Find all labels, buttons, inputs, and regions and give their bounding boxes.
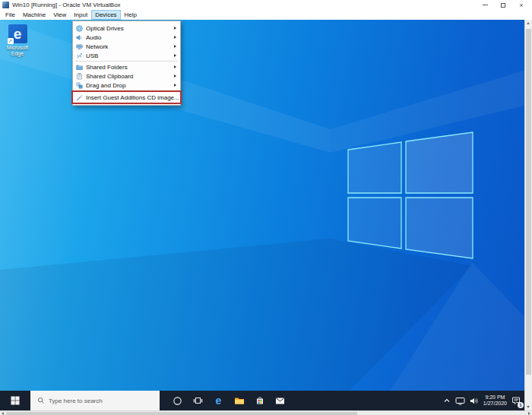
drag-and-drop-icon: [73, 82, 86, 89]
search-input[interactable]: [49, 398, 147, 404]
devices-menu: Optical Drives Audio Network USB: [72, 21, 181, 106]
menu-help[interactable]: Help: [121, 10, 141, 20]
menu-view[interactable]: View: [49, 10, 70, 20]
menu-item-shared-clipboard[interactable]: Shared Clipboard: [73, 71, 180, 81]
close-button[interactable]: ×: [512, 0, 530, 10]
scroll-down-arrow-icon[interactable]: [527, 406, 530, 408]
submenu-arrow-icon: [174, 45, 176, 48]
shared-clipboard-icon: [73, 73, 86, 80]
menu-item-shared-folders[interactable]: Shared Folders: [73, 62, 180, 71]
menu-separator: [75, 61, 178, 62]
notification-badge: 1: [518, 402, 524, 408]
menu-devices[interactable]: Devices: [91, 10, 120, 20]
system-tray: 9:20 PM 1/27/2020 1: [441, 391, 523, 410]
menu-machine[interactable]: Machine: [19, 10, 49, 20]
minimize-icon: [483, 5, 488, 5]
action-center-button[interactable]: 1: [509, 391, 523, 410]
desktop-icon-label: Microsoft Edge: [2, 45, 33, 57]
close-icon: ×: [519, 1, 523, 10]
file-explorer-icon: [234, 396, 245, 405]
submenu-arrow-icon: [174, 84, 176, 87]
shared-folders-icon: [73, 64, 86, 71]
maximize-button[interactable]: [494, 0, 512, 10]
guest-additions-icon: [73, 94, 86, 101]
submenu-arrow-icon: [174, 65, 176, 68]
menu-file[interactable]: File: [2, 10, 19, 20]
submenu-arrow-icon: [174, 74, 176, 78]
desktop-icon-microsoft-edge[interactable]: e ↗ Microsoft Edge: [2, 24, 33, 57]
audio-icon: [73, 34, 86, 41]
menubar: File Machine View Input Devices Help: [0, 10, 532, 20]
taskbar-app-icons: e: [167, 391, 290, 410]
windows-logo: [342, 128, 479, 265]
mail-icon: [275, 397, 285, 405]
taskbar-search[interactable]: [30, 391, 160, 410]
minimize-button[interactable]: [476, 0, 494, 10]
window-title: Win10 [Running] - Oracle VM VirtualBox: [12, 0, 121, 10]
menu-item-usb[interactable]: USB: [73, 51, 180, 60]
taskbar-clock[interactable]: 9:20 PM 1/27/2020: [481, 394, 509, 407]
store-button[interactable]: [249, 391, 270, 410]
windows-taskbar: e: [0, 391, 524, 410]
network-tray-button[interactable]: [453, 391, 467, 410]
menu-item-audio[interactable]: Audio: [73, 33, 180, 42]
cortana-icon: [173, 396, 182, 406]
menu-item-insert-guest-additions[interactable]: Insert Guest Additions CD image...: [73, 92, 180, 103]
virtualbox-icon: [2, 2, 9, 8]
scroll-up-arrow-icon[interactable]: [527, 22, 530, 24]
task-view-button[interactable]: [188, 391, 208, 410]
volume-tray-button[interactable]: [467, 391, 481, 410]
clock-time: 9:20 PM: [483, 394, 507, 401]
edge-icon: e ↗: [8, 24, 27, 43]
store-icon: [255, 396, 264, 405]
menu-separator: [75, 90, 178, 91]
file-explorer-button[interactable]: [229, 391, 249, 410]
maximize-icon: [501, 3, 505, 8]
virtualbox-window: Win10 [Running] - Oracle VM VirtualBox ×…: [0, 0, 532, 415]
edge-taskbar-button[interactable]: e: [208, 391, 229, 410]
network-icon: [73, 43, 86, 50]
submenu-arrow-icon: [174, 54, 176, 57]
menu-input[interactable]: Input: [70, 10, 91, 20]
usb-icon: [73, 52, 86, 59]
scroll-right-arrow-icon[interactable]: [528, 412, 530, 415]
task-view-icon: [193, 396, 203, 405]
vertical-scrollbar-thumb[interactable]: [526, 29, 531, 375]
window-controls: ×: [476, 0, 530, 10]
shortcut-arrow-icon: ↗: [8, 38, 14, 44]
submenu-arrow-icon: [174, 27, 176, 30]
edge-icon: e: [216, 394, 222, 407]
mail-button[interactable]: [270, 391, 290, 410]
optical-drive-icon: [73, 25, 86, 32]
hidden-icons-button[interactable]: [441, 391, 453, 410]
clock-date: 1/27/2020: [483, 401, 507, 407]
menu-item-network[interactable]: Network: [73, 42, 180, 51]
search-icon: [37, 397, 45, 404]
menu-item-optical-drives[interactable]: Optical Drives: [73, 24, 180, 33]
vertical-scrollbar[interactable]: [524, 20, 532, 410]
chevron-up-icon: [443, 397, 451, 404]
scroll-left-arrow-icon[interactable]: [2, 412, 4, 415]
titlebar: Win10 [Running] - Oracle VM VirtualBox ×: [0, 0, 532, 10]
windows-start-icon: [11, 396, 20, 405]
start-button[interactable]: [0, 391, 30, 410]
display-network-icon: [455, 397, 465, 405]
menu-item-drag-and-drop[interactable]: Drag and Drop: [73, 81, 180, 90]
horizontal-scrollbar[interactable]: [0, 410, 532, 415]
submenu-arrow-icon: [174, 36, 176, 39]
cortana-button[interactable]: [167, 391, 188, 410]
volume-icon: [470, 397, 479, 405]
horizontal-scrollbar-thumb[interactable]: [6, 412, 357, 415]
